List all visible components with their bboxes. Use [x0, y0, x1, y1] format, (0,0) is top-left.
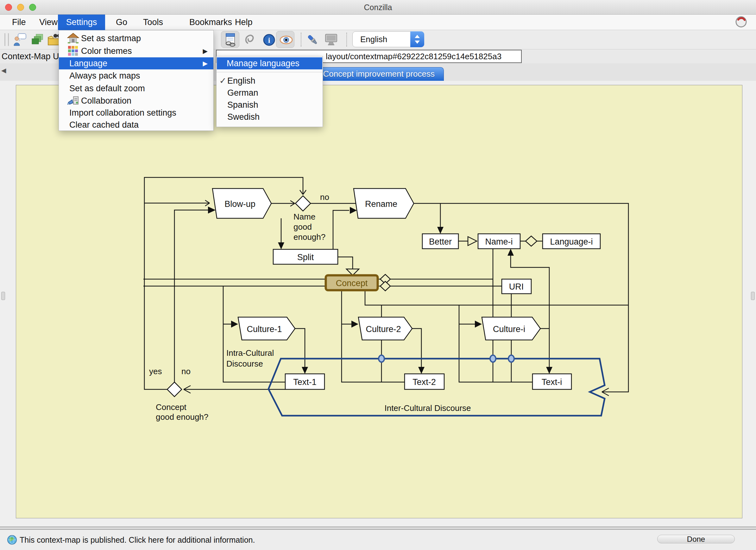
language-select[interactable]: English — [352, 31, 424, 47]
status-message[interactable]: This context-map is published. Click her… — [20, 530, 255, 550]
checkmark-icon: ✓ — [219, 75, 227, 87]
menuitem-language-swedish[interactable]: Swedish — [217, 111, 323, 123]
menuitem-label: Set as default zoom — [69, 84, 145, 93]
node-concept-selected[interactable]: Concept — [326, 275, 378, 290]
language-select-value: English — [360, 32, 387, 47]
menuitem-language[interactable]: Language ▶ — [59, 57, 213, 69]
label-concept-question: good enough? — [156, 412, 208, 422]
menuitem-label: English — [227, 76, 255, 85]
menu-tools[interactable]: Tools — [143, 15, 163, 30]
contextmap-url-label: Context-Map U — [2, 49, 59, 63]
view-eye-icon[interactable] — [279, 33, 293, 47]
svg-text:i: i — [268, 36, 270, 44]
menuitem-label: German — [227, 88, 258, 98]
node-blowup[interactable]: Blow-up — [212, 188, 271, 218]
label-concept-question: Concept — [156, 402, 187, 412]
node-culture-i-label: Culture-i — [493, 325, 525, 334]
menuitem-set-as-default-zoom[interactable]: Set as default zoom — [59, 82, 213, 95]
menuitem-label: Color themes — [81, 46, 132, 56]
decision-concept-good-enough[interactable] — [167, 382, 182, 397]
concept-map-diagram: Blow-up Rename Split Better — [16, 85, 743, 519]
node-rename-label: Rename — [365, 199, 397, 209]
menuitem-label: Spanish — [227, 100, 258, 110]
menu-file[interactable]: File — [12, 15, 26, 30]
node-uri-label: URI — [509, 282, 524, 292]
conzilla-logo-icon — [735, 16, 747, 30]
menu-help[interactable]: Help — [235, 15, 253, 30]
color-grid-icon — [67, 45, 79, 57]
window-separator — [0, 527, 756, 530]
collaboration-icon — [67, 95, 79, 107]
node-culture-2-label: Culture-2 — [366, 325, 401, 334]
node-better[interactable]: Better — [422, 234, 458, 249]
left-splitter-grip[interactable] — [1, 292, 5, 300]
node-culture-1[interactable]: Culture-1 — [238, 317, 295, 340]
submenu-arrow-icon: ▶ — [203, 60, 213, 67]
window-title: Conzilla — [0, 0, 756, 15]
conzilla-window: Conzilla File View Settings Go Tools Boo… — [0, 0, 756, 550]
label-name-question: Name — [293, 212, 315, 221]
menu-bookmarks[interactable]: Bookmarks — [189, 15, 232, 30]
label-yes: yes — [149, 367, 162, 376]
menubar: File View Settings Go Tools Bookmarks He… — [0, 15, 756, 30]
menuitem-manage-languages[interactable]: Manage languages — [217, 57, 322, 69]
toolbar-drag-handle[interactable] — [4, 33, 9, 46]
published-globe-icon — [7, 535, 17, 546]
menuitem-color-themes[interactable]: Color themes ▶ — [59, 45, 213, 57]
chat-presence-icon[interactable] — [13, 33, 27, 47]
node-culture-2[interactable]: Culture-2 — [358, 317, 412, 340]
menu-settings[interactable]: Settings — [58, 15, 105, 30]
node-better-label: Better — [429, 237, 452, 246]
submenu-arrow-icon: ▶ — [203, 47, 213, 55]
attach-icon[interactable] — [243, 33, 257, 47]
map-canvas-area: Blow-up Rename Split Better — [0, 81, 756, 527]
node-name-i[interactable]: Name-i — [478, 234, 520, 249]
label-no-bottom: no — [181, 367, 191, 376]
menu-view[interactable]: View — [39, 15, 58, 30]
maps-stack-icon[interactable] — [30, 33, 44, 47]
menu-go[interactable]: Go — [116, 15, 127, 30]
menuitem-language-english[interactable]: ✓ English — [217, 75, 323, 87]
discourse-port-icon[interactable] — [379, 355, 384, 362]
menuitem-label: Always pack maps — [69, 71, 140, 81]
node-text-i[interactable]: Text-i — [532, 374, 571, 389]
menuitem-language-german[interactable]: German — [217, 87, 323, 99]
node-split[interactable]: Split — [273, 249, 338, 264]
tab-scroll-left-icon[interactable]: ◀ — [1, 66, 6, 74]
toolbar-separator — [346, 33, 347, 47]
settings-menu: Set as startmap Color themes ▶ Language … — [59, 30, 214, 131]
node-language-i[interactable]: Language-i — [543, 234, 600, 249]
right-splitter-grip[interactable] — [751, 292, 755, 300]
menuitem-set-as-startmap[interactable]: Set as startmap — [59, 32, 213, 45]
node-language-i-label: Language-i — [550, 237, 593, 246]
discourse-port-icon[interactable] — [490, 355, 496, 362]
node-text-1[interactable]: Text-1 — [285, 374, 324, 389]
node-culture-1-label: Culture-1 — [247, 325, 282, 334]
node-text-2[interactable]: Text-2 — [405, 374, 444, 389]
menuitem-import-collaboration-settings[interactable]: Import collaboration settings — [59, 107, 213, 119]
menuitem-label: Collaboration — [81, 96, 131, 106]
menuitem-collaboration[interactable]: Collaboration — [59, 95, 213, 107]
home-icon — [67, 32, 79, 44]
label-no-top: no — [320, 192, 329, 202]
menu-separator — [217, 72, 323, 72]
info-icon[interactable]: i — [262, 33, 276, 47]
contextmap-url-value: layout/contextmap#629222c81259c14e51825a… — [326, 50, 501, 62]
node-culture-i[interactable]: Culture-i — [482, 317, 540, 340]
fullscreen-monitor-icon[interactable] — [324, 33, 337, 47]
menuitem-language-spanish[interactable]: Spanish — [217, 99, 323, 111]
decision-name-good-enough[interactable] — [295, 196, 311, 211]
discourse-port-icon[interactable] — [508, 355, 514, 362]
node-rename[interactable]: Rename — [354, 188, 414, 218]
menuitem-label: Set as startmap — [81, 34, 141, 43]
context-map-canvas[interactable]: Blow-up Rename Split Better — [16, 85, 742, 518]
node-uri[interactable]: URI — [502, 279, 531, 294]
style-brush-icon[interactable] — [306, 33, 320, 47]
menuitem-always-pack-maps[interactable]: Always pack maps — [59, 69, 213, 82]
node-concept-label: Concept — [336, 279, 368, 288]
language-submenu: Manage languages ✓ English German Spanis… — [216, 56, 323, 127]
menuitem-clear-cached-data[interactable]: Clear cached data — [59, 119, 213, 131]
copy-url-icon[interactable] — [224, 33, 237, 47]
node-text-1-label: Text-1 — [293, 377, 317, 387]
node-text-2-label: Text-2 — [413, 377, 436, 387]
